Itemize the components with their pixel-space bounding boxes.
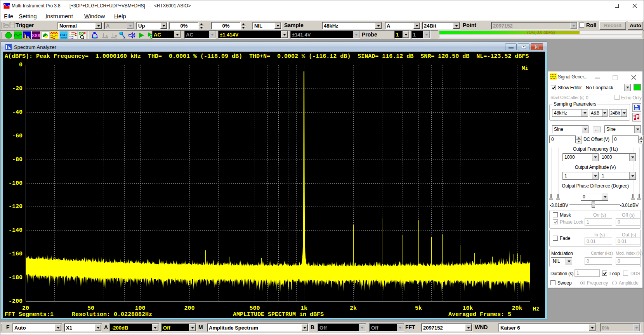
svg-text:Mi: Mi xyxy=(522,65,528,71)
